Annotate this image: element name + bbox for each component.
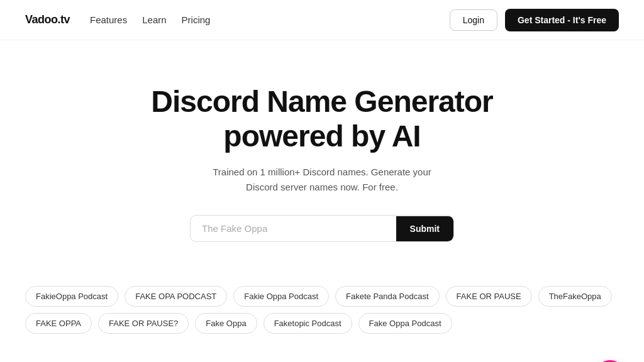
- nav-pricing[interactable]: Pricing: [182, 14, 211, 25]
- tag-item[interactable]: FAKE OR PAUSE: [446, 286, 532, 307]
- login-button[interactable]: Login: [450, 9, 497, 31]
- tag-item[interactable]: Fake Oppa Podcast: [358, 313, 452, 334]
- hero-section: Discord Name Generator powered by AI Tra…: [0, 40, 644, 267]
- tag-item[interactable]: FakieOppa Podcast: [25, 286, 118, 307]
- tag-item[interactable]: TheFakeOppa: [538, 286, 612, 307]
- site-header: Vadoo.tv Features Learn Pricing Login Ge…: [0, 0, 644, 40]
- bottom-area: [0, 346, 644, 362]
- nav-features[interactable]: Features: [90, 14, 127, 25]
- tag-item[interactable]: Fake Oppa: [195, 313, 257, 334]
- search-input[interactable]: [191, 216, 396, 241]
- tag-item[interactable]: Faketopic Podcast: [264, 313, 352, 334]
- tags-section: FakieOppa PodcastFAKE OPA PODCASTFakie O…: [0, 267, 644, 346]
- illustration: [537, 359, 587, 362]
- tag-item[interactable]: FAKE OR PAUSE?: [98, 313, 189, 334]
- logo[interactable]: Vadoo.tv: [25, 13, 70, 26]
- nav-learn[interactable]: Learn: [142, 14, 166, 25]
- submit-button[interactable]: Submit: [396, 216, 453, 241]
- tag-item[interactable]: Fakie Oppa Podcast: [233, 286, 329, 307]
- tag-item[interactable]: Fakete Panda Podcast: [335, 286, 440, 307]
- hero-title: Discord Name Generator powered by AI: [108, 84, 536, 153]
- header-right: Login Get Started - It's Free: [450, 9, 619, 31]
- header-left: Vadoo.tv Features Learn Pricing: [25, 13, 210, 26]
- tag-item[interactable]: FAKE OPPA: [25, 313, 92, 334]
- get-started-button[interactable]: Get Started - It's Free: [505, 9, 619, 31]
- search-bar: Submit: [190, 215, 454, 242]
- tag-item[interactable]: FAKE OPA PODCAST: [125, 286, 227, 307]
- hero-subtitle: Trained on 1 million+ Discord names. Gen…: [203, 165, 441, 195]
- main-nav: Features Learn Pricing: [90, 14, 210, 25]
